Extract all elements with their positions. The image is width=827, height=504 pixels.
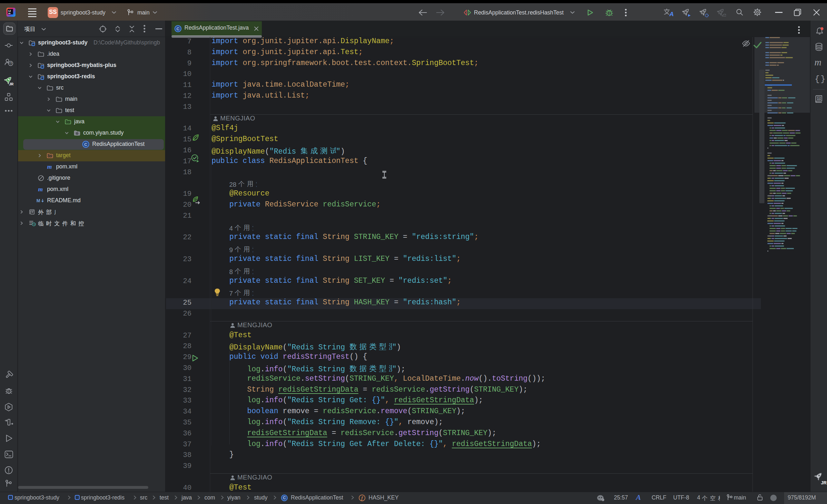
svg-text:f: f (361, 495, 364, 500)
svg-text:JR: JR (821, 480, 827, 485)
svg-text:A: A (818, 97, 820, 100)
svg-text:!: ! (602, 499, 603, 501)
svg-text:C: C (283, 496, 286, 500)
